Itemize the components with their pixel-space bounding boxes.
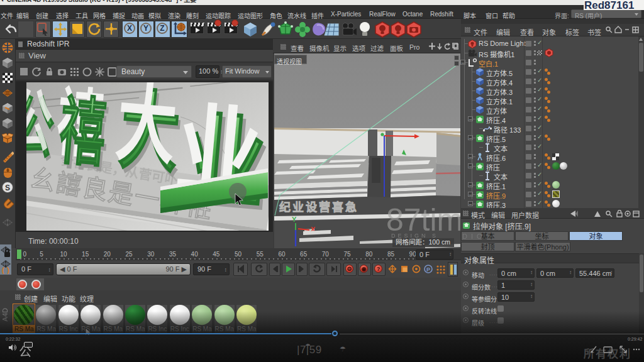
svg-text:网格间距：100 cm: 网格间距：100 cm [396,238,450,246]
svg-text:纪业设营喜急: 纪业设营喜急 [279,200,358,214]
svg-text:S: S [5,184,10,192]
svg-text:P: P [426,266,430,273]
svg-text:大: 大 [113,82,180,175]
svg-text:( ): ( ) [2,265,9,274]
svg-text:禧: 禧 [56,89,109,176]
svg-text:Y: Y [292,216,297,223]
